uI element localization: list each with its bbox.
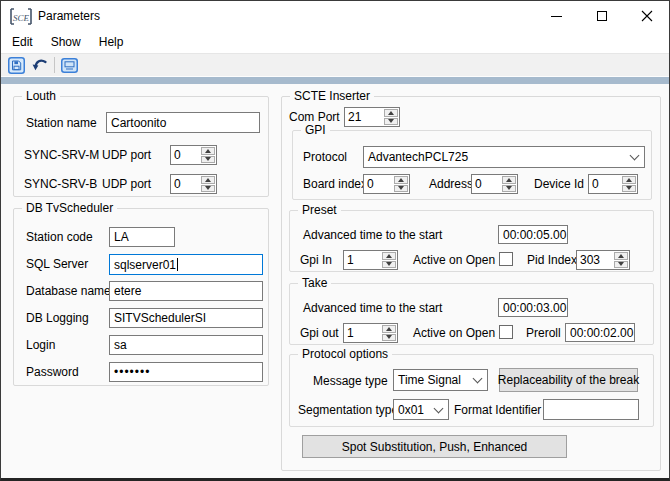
spin-up-button[interactable] — [502, 176, 516, 184]
com-port-value: 21 — [345, 108, 383, 126]
protocol-dropdown[interactable]: AdvantechPCL725 — [363, 146, 645, 168]
preroll-value: 00:00:02.00 — [570, 326, 633, 340]
spin-down-button[interactable] — [382, 261, 396, 269]
stepper-buttons — [383, 108, 399, 126]
undo-button[interactable] — [29, 55, 50, 75]
spin-down-button[interactable] — [382, 334, 396, 342]
password-masked-value: ••••••• — [114, 365, 150, 379]
title-bar[interactable]: SCE Parameters — [1, 1, 669, 31]
sql-server-input[interactable]: sqlserver01 — [109, 254, 263, 275]
board-index-stepper[interactable]: 0 — [363, 174, 410, 194]
address-value: 0 — [472, 175, 501, 193]
protocol-options-group: Protocol options Message type Time Signa… — [289, 354, 654, 427]
preroll-input[interactable]: 00:00:02.00 — [565, 323, 635, 342]
toolbar-bottom-strip — [1, 76, 669, 84]
menu-edit[interactable]: Edit — [3, 32, 42, 52]
spin-up-button[interactable] — [394, 176, 408, 184]
replaceability-button[interactable]: Replaceability of the break — [499, 368, 638, 392]
station-name-input[interactable]: Cartoonito — [106, 112, 260, 133]
close-button[interactable] — [624, 1, 669, 31]
spin-down-button[interactable] — [394, 185, 408, 193]
device-id-label: Device Id — [534, 177, 584, 191]
toolbar — [1, 53, 669, 76]
parameters-window: SCE Parameters Edit Show Help — [0, 0, 670, 481]
pid-index-stepper[interactable]: 303 — [576, 250, 630, 270]
format-identifier-input[interactable] — [543, 399, 639, 420]
station-name-label: Station name — [26, 116, 97, 130]
menu-help[interactable]: Help — [90, 32, 133, 52]
spin-down-button[interactable] — [201, 156, 215, 164]
message-type-label: Message type — [313, 374, 388, 388]
database-name-input[interactable]: etere — [109, 281, 263, 301]
minimize-button[interactable] — [534, 1, 579, 31]
sync-srv-b-label: SYNC-SRV-B — [24, 177, 97, 191]
spin-up-button[interactable] — [201, 176, 215, 184]
board-index-value: 0 — [364, 175, 393, 193]
address-label: Address — [429, 177, 473, 191]
preset-group: Preset Advanced time to the start 00:00:… — [289, 210, 654, 272]
down-arrow-icon — [618, 262, 624, 266]
stepper-buttons — [393, 175, 409, 193]
sync-srv-b-port-stepper[interactable]: 0 — [170, 174, 217, 194]
pid-index-value: 303 — [577, 251, 613, 269]
preset-active-on-open-checkbox[interactable] — [499, 252, 513, 266]
device-id-stepper[interactable]: 0 — [588, 174, 638, 194]
spin-down-button[interactable] — [622, 185, 636, 193]
gpi-in-label: Gpi In — [300, 253, 332, 267]
db-group-title: DB TvScheduler — [22, 201, 117, 215]
gpi-out-value: 1 — [344, 324, 381, 342]
gpi-group-title: GPI — [301, 123, 330, 137]
spin-up-button[interactable] — [382, 252, 396, 260]
format-identifier-label: Format Identifier — [454, 403, 541, 417]
segmentation-type-dropdown[interactable]: 0x01 — [393, 399, 449, 420]
db-logging-input[interactable]: SITVSchedulerSI — [109, 308, 263, 328]
louth-group: Louth Station name Cartoonito SYNC-SRV-M… — [13, 96, 269, 197]
spin-up-button[interactable] — [382, 325, 396, 333]
save-button[interactable] — [6, 55, 27, 75]
display-button[interactable] — [59, 55, 80, 75]
sync-srv-b-port-value: 0 — [171, 175, 200, 193]
take-advanced-time-input[interactable]: 00:00:03.00 — [498, 298, 568, 317]
take-advanced-time-value: 00:00:03.00 — [503, 301, 566, 315]
down-arrow-icon — [388, 119, 394, 123]
menu-show[interactable]: Show — [42, 32, 90, 52]
gpi-out-label: Gpi out — [300, 326, 339, 340]
sync-srv-m-port-stepper[interactable]: 0 — [170, 145, 217, 165]
db-logging-value: SITVSchedulerSI — [114, 311, 206, 325]
window-title: Parameters — [38, 9, 100, 23]
down-arrow-icon — [506, 186, 512, 190]
spin-up-button[interactable] — [614, 252, 628, 260]
message-type-value: Time Signal — [398, 373, 461, 387]
up-arrow-icon — [205, 149, 211, 153]
message-type-dropdown[interactable]: Time Signal — [393, 369, 488, 391]
spin-down-button[interactable] — [614, 261, 628, 269]
preroll-label: Preroll — [526, 326, 561, 340]
stepper-buttons — [613, 251, 629, 269]
spin-down-button[interactable] — [201, 185, 215, 193]
down-arrow-icon — [626, 186, 632, 190]
login-input[interactable]: sa — [109, 335, 263, 355]
spin-down-button[interactable] — [384, 118, 398, 126]
spot-substitution-button[interactable]: Spot Substitution, Push, Enhanced — [302, 435, 567, 458]
password-input[interactable]: ••••••• — [109, 362, 263, 382]
up-arrow-icon — [626, 178, 632, 182]
spin-up-button[interactable] — [201, 147, 215, 155]
up-arrow-icon — [205, 178, 211, 182]
com-port-stepper[interactable]: 21 — [344, 107, 400, 127]
spin-up-button[interactable] — [384, 109, 398, 117]
board-index-label: Board index — [303, 177, 367, 191]
login-value: sa — [114, 338, 127, 352]
maximize-button[interactable] — [579, 1, 624, 31]
address-stepper[interactable]: 0 — [471, 174, 518, 194]
gpi-in-stepper[interactable]: 1 — [343, 250, 398, 270]
station-code-label: Station code — [26, 230, 93, 244]
spin-up-button[interactable] — [622, 176, 636, 184]
preset-advanced-time-value: 00:00:05.00 — [503, 228, 566, 242]
protocol-label: Protocol — [303, 150, 347, 164]
gpi-group: GPI Protocol AdvantechPCL725 Board index… — [292, 130, 652, 200]
preset-advanced-time-input[interactable]: 00:00:05.00 — [498, 225, 568, 244]
take-active-on-open-checkbox[interactable] — [499, 325, 513, 339]
spin-down-button[interactable] — [502, 185, 516, 193]
gpi-out-stepper[interactable]: 1 — [343, 323, 398, 343]
station-code-input[interactable]: LA — [109, 227, 175, 247]
